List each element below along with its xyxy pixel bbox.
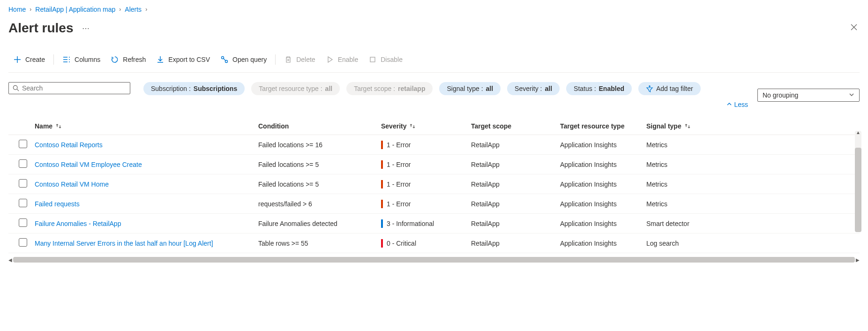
row-checkbox[interactable] [19,218,27,227]
export-csv-button[interactable]: Export to CSV [151,53,215,67]
breadcrumb-home[interactable]: Home [8,6,26,13]
page-header: Alert rules ⋯ [8,21,860,36]
ellipsis-icon: ⋯ [82,24,90,32]
grouping-select[interactable]: No grouping [757,89,860,102]
col-signal-header[interactable]: Signal type [646,122,721,130]
search-field[interactable] [22,84,126,92]
alert-rule-link[interactable]: Failure Anomalies - RetailApp [35,220,121,227]
chevron-right-icon: › [145,6,147,13]
filter-subscription[interactable]: Subscription : Subscriptions [143,82,245,95]
col-condition-header[interactable]: Condition [258,122,381,130]
filter-signal-type[interactable]: Signal type : all [439,82,501,95]
less-toggle[interactable]: Less [726,101,748,108]
horizontal-scrollbar[interactable]: ◀ ▶ [8,257,860,263]
enable-button[interactable]: Enable [321,53,363,67]
filter-severity[interactable]: Severity : all [507,82,560,95]
col-name-header[interactable]: Name [35,122,258,130]
columns-button[interactable]: Columns [58,53,105,67]
table-row[interactable]: Contoso Retail Reports Failed locations … [8,135,860,155]
refresh-button[interactable]: Refresh [106,53,150,67]
svg-point-0 [222,57,224,59]
filter-target-scope[interactable]: Target scope : retailapp [346,82,433,95]
severity-cell: 3 - Informational [381,219,471,228]
page-title: Alert rules [8,21,74,36]
filter-target-type[interactable]: Target resource type : all [251,82,340,95]
chevron-right-icon: › [119,6,121,13]
tag-filter-icon [646,85,653,92]
more-options-button[interactable]: ⋯ [80,22,91,35]
severity-cell: 1 - Error [381,200,471,208]
breadcrumb-appmap[interactable]: RetailApp | Application map [35,6,115,13]
search-icon [13,85,19,91]
stop-icon [368,55,377,64]
row-checkbox[interactable] [19,140,27,148]
severity-indicator-icon [381,180,383,188]
severity-indicator-icon [381,239,383,248]
scope-cell: RetailApp [471,200,560,208]
scrollbar-thumb[interactable] [855,148,861,232]
disable-button[interactable]: Disable [364,53,407,67]
type-cell: Application Insights [560,240,646,247]
scroll-up-arrow-icon: ▲ [856,130,861,135]
condition-cell: Failed locations >= 16 [258,141,381,149]
severity-cell: 0 - Critical [381,239,471,248]
condition-cell: Failed locations >= 5 [258,161,381,168]
alert-rule-link[interactable]: Failed requests [35,200,80,208]
severity-indicator-icon [381,141,383,149]
trash-icon [284,55,292,64]
download-icon [156,55,165,64]
col-scope-header[interactable]: Target scope [471,122,560,130]
alert-rule-link[interactable]: Many Internal Server Errors in the last … [35,240,213,247]
breadcrumb-alerts[interactable]: Alerts [125,6,142,13]
chevron-down-icon [849,91,854,99]
severity-indicator-icon [381,160,383,169]
search-input[interactable] [8,82,130,94]
scrollbar-track[interactable] [13,257,855,263]
signal-cell: Metrics [646,141,721,149]
alert-rule-link[interactable]: Contoso Retail Reports [35,141,103,149]
alert-rule-link[interactable]: Contoso Retail VM Home [35,181,109,188]
col-severity-header[interactable]: Severity [381,122,471,130]
chevron-right-icon: › [30,6,31,13]
signal-cell: Metrics [646,161,721,168]
vertical-scrollbar[interactable]: ▲ [855,131,861,232]
svg-rect-2 [370,57,375,62]
signal-cell: Metrics [646,181,721,188]
toolbar: Create Columns Refresh Export to CSV Ope… [8,53,860,73]
create-button[interactable]: Create [8,53,50,67]
type-cell: Application Insights [560,200,646,208]
close-button[interactable] [848,22,860,35]
row-checkbox[interactable] [19,179,27,188]
signal-cell: Smart detector [646,220,721,227]
table-row[interactable]: Failure Anomalies - RetailApp Failure An… [8,214,860,233]
breadcrumb: Home › RetailApp | Application map › Ale… [8,6,860,13]
table-row[interactable]: Contoso Retail VM Employee Create Failed… [8,155,860,174]
scope-cell: RetailApp [471,161,560,168]
sort-icon [684,123,691,129]
scope-cell: RetailApp [471,141,560,149]
scroll-right-arrow-icon: ▶ [856,257,860,263]
condition-cell: Failed locations >= 5 [258,181,381,188]
scope-cell: RetailApp [471,220,560,227]
sort-icon [55,123,62,129]
open-query-button[interactable]: Open query [216,53,271,67]
condition-cell: requests/failed > 6 [258,200,381,208]
scope-cell: RetailApp [471,181,560,188]
table-row[interactable]: Failed requests requests/failed > 6 1 - … [8,194,860,214]
row-checkbox[interactable] [19,199,27,207]
add-tag-filter[interactable]: Add tag filter [638,82,701,95]
col-type-header[interactable]: Target resource type [560,122,646,130]
table-row[interactable]: Many Internal Server Errors in the last … [8,233,860,253]
columns-icon [62,55,71,64]
play-icon [326,55,334,64]
query-icon [220,55,229,64]
sort-icon [409,123,416,129]
condition-cell: Failure Anomalies detected [258,220,381,227]
row-checkbox[interactable] [19,159,27,168]
delete-button[interactable]: Delete [279,53,320,67]
alert-rule-link[interactable]: Contoso Retail VM Employee Create [35,161,142,168]
row-checkbox[interactable] [19,238,27,247]
table-row[interactable]: Contoso Retail VM Home Failed locations … [8,174,860,194]
filter-status[interactable]: Status : Enabled [566,82,632,95]
plus-icon [13,55,22,64]
